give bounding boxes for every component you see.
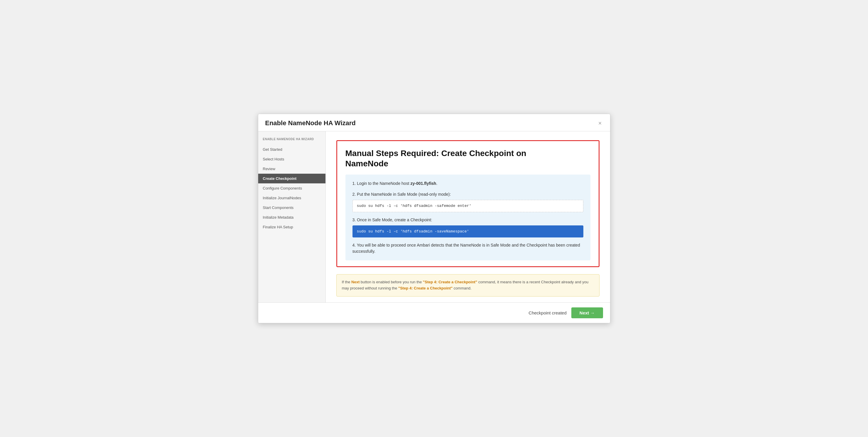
modal-header: Enable NameNode HA Wizard × xyxy=(258,114,610,132)
checkpoint-created-label: Checkpoint created xyxy=(529,310,567,315)
step-1: 1. Login to the NameNode host zy-001.fly… xyxy=(352,180,583,186)
modal-title: Enable NameNode HA Wizard xyxy=(265,119,356,127)
highlight-box: Manual Steps Required: Create Checkpoint… xyxy=(336,140,599,267)
modal-window: Enable NameNode HA Wizard × ENABLE NAMEN… xyxy=(258,114,610,323)
sidebar-section-label: ENABLE NAMENODE HA WIZARD xyxy=(258,137,326,145)
sidebar-item-configure-components[interactable]: Configure Components xyxy=(258,183,326,193)
step-3-code[interactable]: sudo su hdfs -l -c 'hdfs dfsadmin -saveN… xyxy=(352,225,583,238)
heading-line2: NameNode xyxy=(345,159,388,168)
page-heading: Manual Steps Required: Create Checkpoint… xyxy=(345,148,590,169)
sidebar-item-create-checkpoint[interactable]: Create Checkpoint xyxy=(258,174,326,183)
sidebar-item-initialize-journalnodes[interactable]: Initialize JournalNodes xyxy=(258,193,326,203)
next-bold: Next xyxy=(351,280,360,284)
sidebar-item-finalize-ha-setup[interactable]: Finalize HA Setup xyxy=(258,222,326,232)
sidebar-item-initialize-metadata[interactable]: Initialize Metadata xyxy=(258,212,326,222)
main-content: Manual Steps Required: Create Checkpoint… xyxy=(326,132,610,302)
step-1-text: 1. Login to the NameNode host zy-001.fly… xyxy=(352,180,583,186)
step-3-text: 3. Once in Safe Mode, create a Checkpoin… xyxy=(352,217,583,223)
modal-body: ENABLE NAMENODE HA WIZARD Get Started Se… xyxy=(258,132,610,302)
step-2: 2. Put the NameNode in Safe Mode (read-o… xyxy=(352,191,583,212)
sidebar: ENABLE NAMENODE HA WIZARD Get Started Se… xyxy=(258,132,326,302)
step-2-text: 2. Put the NameNode in Safe Mode (read-o… xyxy=(352,191,583,198)
sidebar-item-start-components[interactable]: Start Components xyxy=(258,203,326,212)
modal-footer: Checkpoint created Next → xyxy=(258,302,610,323)
close-button[interactable]: × xyxy=(597,120,603,126)
step-2-code[interactable]: sudo su hdfs -l -c 'hdfs dfsadmin -safem… xyxy=(352,200,583,212)
sidebar-item-select-hosts[interactable]: Select Hosts xyxy=(258,154,326,164)
warning-box: If the Next button is enabled before you… xyxy=(336,274,599,296)
heading-line1: Manual Steps Required: Create Checkpoint… xyxy=(345,149,526,158)
step-4-text: 4. You will be able to proceed once Amba… xyxy=(352,242,583,255)
next-button[interactable]: Next → xyxy=(571,308,603,318)
step-3: 3. Once in Safe Mode, create a Checkpoin… xyxy=(352,217,583,238)
steps-area: 1. Login to the NameNode host zy-001.fly… xyxy=(345,175,590,260)
step-4: 4. You will be able to proceed once Amba… xyxy=(352,242,583,255)
step4-ref-2: "Step 4: Create a Checkpoint" xyxy=(398,286,453,290)
sidebar-item-review[interactable]: Review xyxy=(258,164,326,174)
step4-ref-1: "Step 4: Create a Checkpoint" xyxy=(423,280,477,284)
sidebar-item-get-started[interactable]: Get Started xyxy=(258,145,326,154)
